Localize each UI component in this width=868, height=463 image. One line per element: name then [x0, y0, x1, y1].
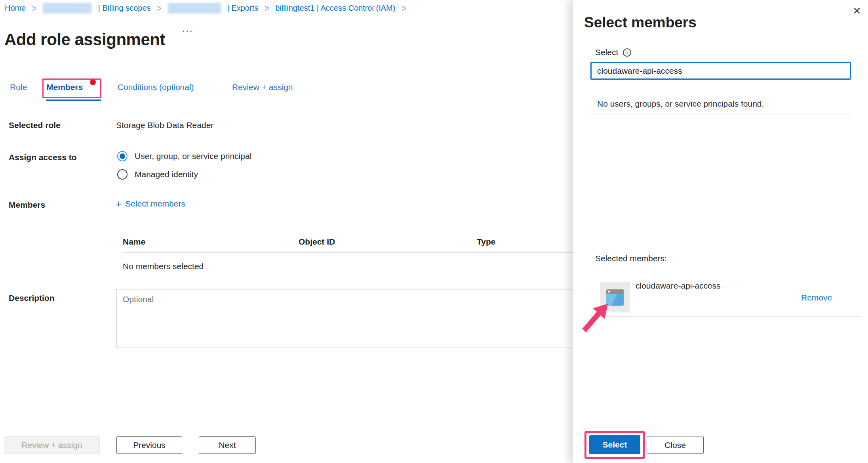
remove-member-link[interactable]: Remove	[801, 293, 832, 302]
tab-role[interactable]: Role	[10, 82, 27, 92]
breadcrumb: Home > | Billing scopes > | Exports > bi…	[5, 3, 406, 13]
app-window-icon	[600, 282, 630, 312]
more-options-icon[interactable]: ...	[182, 22, 193, 34]
description-label: Description	[9, 293, 55, 303]
breadcrumb-exports[interactable]: | Exports	[227, 4, 259, 13]
select-field-label-row: Select i	[595, 48, 631, 57]
page-title: Add role assignment	[4, 30, 165, 49]
description-textarea[interactable]	[116, 289, 575, 348]
divider	[590, 115, 851, 115]
add-role-assignment-page: Home > | Billing scopes > | Exports > bi…	[0, 0, 868, 463]
info-icon[interactable]: i	[623, 48, 631, 57]
plus-icon: +	[116, 200, 122, 208]
radio-unselected-icon	[117, 169, 128, 180]
active-tab-underline	[46, 99, 101, 101]
column-header-name: Name	[123, 237, 299, 247]
column-header-object-id: Object ID	[299, 237, 477, 247]
column-header-type: Type	[477, 237, 581, 247]
select-members-link-label: Select members	[125, 199, 185, 209]
no-results-message: No users, groups, or service principals …	[597, 99, 764, 109]
breadcrumb-iam[interactable]: billlingtest1 | Access Control (IAM)	[275, 4, 395, 13]
redacted-scope-name	[43, 3, 91, 13]
assign-access-label: Assign access to	[9, 153, 77, 162]
panel-title: Select members	[584, 14, 697, 31]
radio-user-label: User, group, or service principal	[135, 151, 251, 161]
selected-role-label: Selected role	[9, 121, 61, 130]
select-field-label: Select	[595, 48, 618, 57]
radio-user-group-service-principal[interactable]: User, group, or service principal	[117, 151, 251, 161]
previous-button[interactable]: Previous	[116, 436, 182, 454]
radio-selected-icon	[117, 151, 128, 161]
members-table-empty-row: No members selected	[122, 253, 581, 280]
member-search-input[interactable]	[590, 62, 851, 80]
review-assign-button[interactable]: Review + assign	[4, 436, 100, 454]
redacted-export-name	[168, 3, 221, 13]
select-members-link[interactable]: + Select members	[116, 199, 185, 209]
selected-member-name: cloudaware-api-access	[636, 281, 721, 291]
breadcrumb-chevron-icon: >	[157, 3, 162, 14]
close-icon[interactable]: ✕	[849, 3, 864, 18]
select-button[interactable]: Select	[589, 435, 640, 454]
divider	[590, 316, 860, 317]
tab-members[interactable]: Members	[46, 82, 83, 92]
close-button[interactable]: Close	[647, 436, 704, 454]
radio-managed-label: Managed identity	[135, 170, 198, 179]
breadcrumb-chevron-icon: >	[265, 3, 269, 14]
breadcrumb-chevron-icon: >	[402, 3, 406, 14]
members-label: Members	[9, 200, 45, 210]
select-members-panel: Select members ✕ Select i No users, grou…	[573, 0, 868, 463]
radio-managed-identity[interactable]: Managed identity	[117, 169, 198, 180]
breadcrumb-home[interactable]: Home	[5, 4, 26, 13]
breadcrumb-chevron-icon: >	[32, 3, 36, 14]
selected-role-value: Storage Blob Data Reader	[116, 121, 213, 130]
notification-dot	[90, 79, 96, 85]
selected-members-label: Selected members:	[595, 254, 667, 263]
next-button[interactable]: Next	[199, 436, 256, 454]
members-table: Name Object ID Type No members selected	[122, 232, 581, 280]
tab-review-assign[interactable]: Review + assign	[232, 82, 293, 92]
tab-conditions[interactable]: Conditions (optional)	[118, 82, 194, 92]
members-table-header: Name Object ID Type	[122, 232, 581, 253]
breadcrumb-billing-scopes[interactable]: | Billing scopes	[98, 4, 150, 13]
